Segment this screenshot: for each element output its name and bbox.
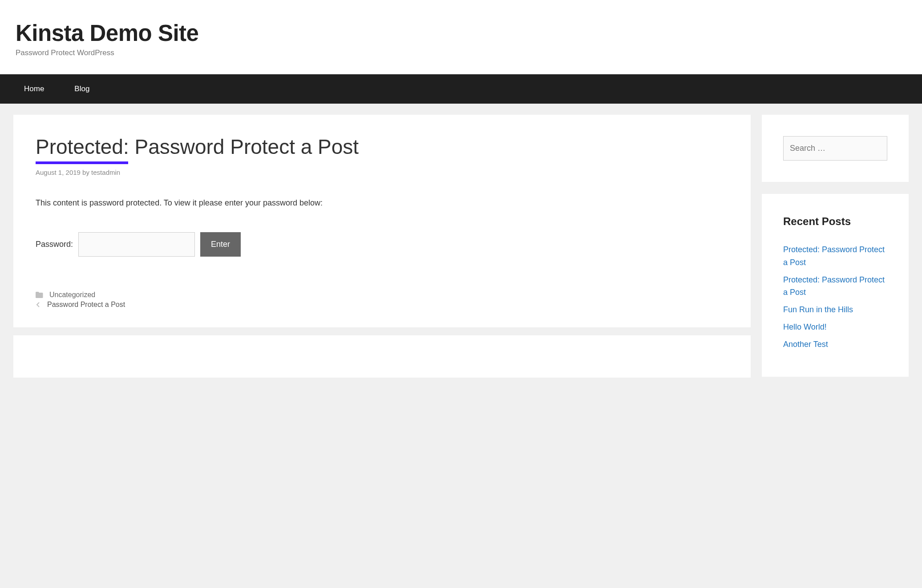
search-input[interactable] — [783, 136, 887, 161]
post-title: Protected: Password Protect a Post — [36, 135, 728, 159]
protected-message: This content is password protected. To v… — [36, 198, 728, 208]
password-input[interactable] — [78, 232, 195, 257]
chevron-left-icon — [36, 302, 41, 308]
folder-icon — [36, 292, 43, 298]
entry-footer: Uncategorized Password Protect a Post — [36, 290, 728, 310]
password-form: Password: Enter — [36, 232, 728, 257]
main-nav: Home Blog — [0, 74, 922, 104]
enter-button[interactable]: Enter — [200, 232, 241, 257]
post-author: testadmin — [91, 169, 120, 176]
recent-posts-list: Protected: Password Protect a Post Prote… — [783, 243, 887, 351]
list-item: Protected: Password Protect a Post — [783, 243, 887, 269]
prev-post-link[interactable]: Password Protect a Post — [47, 301, 125, 309]
recent-post-link[interactable]: Protected: Password Protect a Post — [783, 275, 885, 297]
content-area: Protected: Password Protect a Post Augus… — [13, 115, 751, 378]
by-label: by — [82, 169, 89, 176]
post-meta: August 1, 2019 by testadmin — [36, 169, 728, 176]
recent-post-link[interactable]: Another Test — [783, 340, 828, 349]
site-tagline: Password Protect WordPress — [16, 48, 906, 57]
recent-post-link[interactable]: Fun Run in the Hills — [783, 305, 853, 314]
list-item: Another Test — [783, 338, 887, 351]
recent-post-link[interactable]: Protected: Password Protect a Post — [783, 245, 885, 267]
sidebar: Recent Posts Protected: Password Protect… — [762, 115, 909, 377]
category-row: Uncategorized — [36, 290, 728, 300]
search-widget — [762, 115, 909, 182]
nav-item-blog[interactable]: Blog — [59, 74, 105, 104]
post-date: August 1, 2019 — [36, 169, 81, 176]
list-item: Hello World! — [783, 321, 887, 334]
post-navigation: Password Protect a Post — [36, 300, 728, 310]
list-item: Fun Run in the Hills — [783, 303, 887, 316]
post: Protected: Password Protect a Post Augus… — [13, 115, 751, 327]
recent-post-link[interactable]: Hello World! — [783, 322, 827, 331]
site-header: Kinsta Demo Site Password Protect WordPr… — [0, 0, 922, 74]
recent-posts-widget: Recent Posts Protected: Password Protect… — [762, 194, 909, 377]
nav-item-home[interactable]: Home — [9, 74, 59, 104]
list-item: Protected: Password Protect a Post — [783, 274, 887, 299]
password-label: Password: — [36, 240, 73, 249]
underline-annotation — [36, 161, 128, 164]
empty-widget-box — [13, 335, 751, 378]
recent-posts-title: Recent Posts — [783, 215, 887, 228]
page-wrapper: Protected: Password Protect a Post Augus… — [0, 104, 922, 389]
post-category[interactable]: Uncategorized — [49, 291, 95, 299]
site-title[interactable]: Kinsta Demo Site — [16, 20, 906, 46]
